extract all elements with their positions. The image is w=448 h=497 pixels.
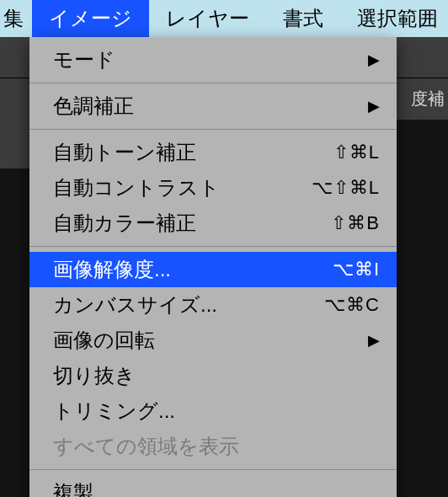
menu-item-shortcut: ⌥⌘I [333, 259, 380, 281]
menu-item-label: 切り抜き [53, 362, 136, 389]
menu-separator [29, 469, 397, 470]
toolbar-label-partial: 度補 [411, 88, 445, 110]
menubar-item-image[interactable]: イメージ [32, 0, 149, 37]
menu-item-label: 自動コントラスト [53, 174, 220, 201]
menu-item-shortcut: ⌥⌘C [324, 294, 380, 316]
menu-item-image-rotation[interactable]: 画像の回転 ▶ [29, 323, 397, 358]
menu-item-shortcut: ⇧⌘L [333, 142, 380, 163]
menu-item-label: トリミング... [53, 398, 175, 425]
menu-item-trim[interactable]: トリミング... [29, 393, 397, 429]
menu-item-label: カンバスサイズ... [53, 291, 217, 318]
submenu-arrow-icon: ▶ [368, 331, 380, 350]
menubar-item-partial[interactable]: 集 [0, 0, 32, 37]
menu-item-label: 自動トーン補正 [53, 139, 196, 166]
menu-item-canvas-size[interactable]: カンバスサイズ... ⌥⌘C [29, 287, 397, 323]
menu-item-crop[interactable]: 切り抜き [29, 358, 397, 393]
menu-separator [29, 246, 397, 247]
menubar-item-layer[interactable]: レイヤー [149, 0, 266, 37]
document-tab-partial[interactable] [0, 120, 32, 168]
menu-item-auto-contrast[interactable]: 自動コントラスト ⌥⇧⌘L [29, 170, 397, 206]
submenu-arrow-icon: ▶ [368, 51, 380, 69]
menubar: 集 イメージ レイヤー 書式 選択範囲 [0, 0, 448, 37]
menu-item-label: モード [53, 46, 115, 73]
image-menu-dropdown: モード ▶ 色調補正 ▶ 自動トーン補正 ⇧⌘L 自動コントラスト ⌥⇧⌘L 自… [29, 37, 397, 497]
menu-item-label: 複製... [53, 479, 110, 497]
menu-item-reveal-all: すべての領域を表示 [29, 429, 397, 464]
menu-item-label: すべての領域を表示 [53, 433, 239, 460]
menu-item-duplicate[interactable]: 複製... [29, 475, 397, 497]
menu-item-label: 画像解像度... [53, 256, 171, 283]
menu-item-label: 自動カラー補正 [53, 210, 196, 237]
menu-separator [29, 129, 397, 130]
menu-item-auto-tone[interactable]: 自動トーン補正 ⇧⌘L [29, 135, 397, 170]
menu-item-auto-color[interactable]: 自動カラー補正 ⇧⌘B [29, 206, 397, 241]
menu-item-shortcut: ⌥⇧⌘L [312, 177, 380, 199]
menubar-item-type[interactable]: 書式 [266, 0, 340, 37]
menubar-item-select[interactable]: 選択範囲 [340, 0, 448, 37]
menu-separator [29, 83, 397, 83]
menu-item-shortcut: ⇧⌘B [331, 212, 380, 234]
menu-item-image-size[interactable]: 画像解像度... ⌥⌘I [29, 252, 397, 287]
menu-item-label: 画像の回転 [53, 327, 155, 354]
submenu-arrow-icon: ▶ [368, 97, 380, 115]
menu-item-mode[interactable]: モード ▶ [29, 42, 397, 77]
menu-item-label: 色調補正 [53, 93, 134, 120]
menu-item-adjustments[interactable]: 色調補正 ▶ [29, 88, 397, 124]
